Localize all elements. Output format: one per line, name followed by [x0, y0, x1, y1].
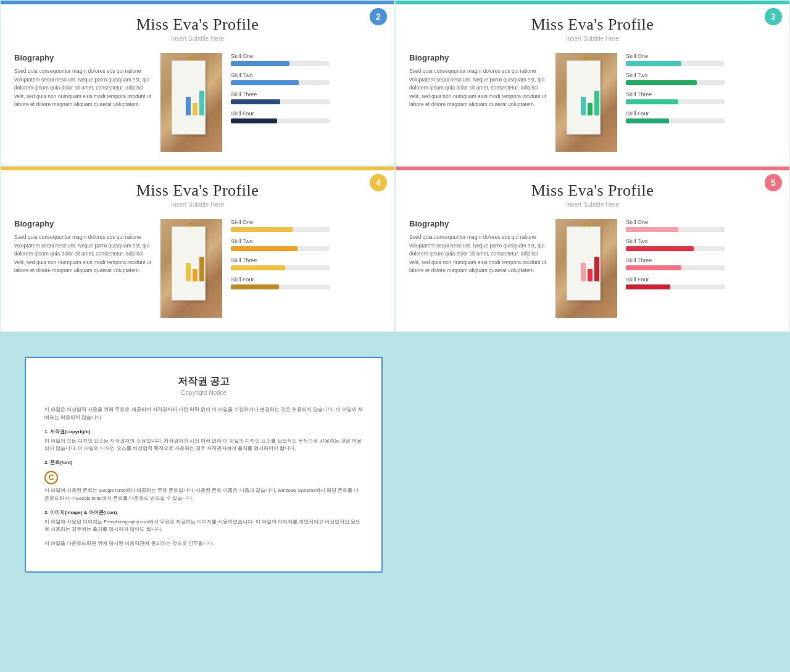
slide-4-paper: [567, 226, 601, 301]
slide-3-chart: [186, 251, 210, 281]
slide-4-bar-1: [581, 263, 586, 281]
slide-4-skill-2-bg: [626, 246, 725, 251]
slide-3-skill-3-bg: [231, 265, 330, 270]
copyright-c-logo: C: [44, 471, 58, 484]
slide-4-skill-3-bg: [626, 265, 725, 270]
slide-2-skill-1-label: Skill One: [626, 53, 776, 59]
slide-1-photo: [160, 53, 222, 152]
slide-2-skill-2-label: Skill Two: [626, 72, 776, 78]
copyright-section-2-text: 이 파일에 사용된 폰트는 Google fonts에서 제공하는 무료 폰트입…: [44, 487, 363, 503]
slide-2-skill-2: Skill Two: [626, 72, 776, 85]
slide-2-bar-3: [594, 91, 599, 115]
slide-1-chart: [186, 85, 210, 115]
slide-3-skill-4-label: Skill Four: [231, 276, 381, 283]
slide-4-photo: [555, 219, 617, 318]
slide-1-wood-bg: [160, 53, 222, 152]
slide-1: 2 Miss Eva's Profile Insert Subtitle Her…: [0, 0, 395, 166]
slide-3: 4 Miss Eva's Profile Insert Subtitle Her…: [0, 166, 395, 332]
slide-4-skill-3: Skill Three: [626, 257, 776, 270]
slide-3-subtitle: Insert Subtitle Here: [14, 201, 381, 208]
slide-4-subtitle: Insert Subtitle Here: [409, 201, 776, 208]
slide-4-bar-2: [588, 269, 592, 281]
slide-1-skill-3-bg: [231, 99, 330, 104]
slide-3-paper: [172, 226, 206, 301]
copyright-section-2-title: 2. 폰트(font): [44, 459, 363, 466]
slide-2-skill-4-bg: [626, 118, 725, 123]
slide-2-skill-1: Skill One: [626, 53, 776, 66]
slide-3-skill-2-label: Skill Two: [231, 238, 381, 244]
slide-2-skill-3-bg: [626, 99, 725, 104]
slide-1-skill-4: Skill Four: [231, 110, 381, 123]
slide-4-skill-4: Skill Four: [626, 276, 776, 289]
slide-4-bio-text: Ssed quia consequuntur magni dolores eos…: [409, 233, 547, 275]
slide-4-skill-1-fill: [626, 227, 678, 232]
slide-1-bar-2: [193, 103, 198, 115]
slide-3-photo: [160, 219, 222, 318]
copyright-section-3: 3. 이미지(image) & 아이콘(icon) 이 파일에 사용된 이미지는…: [44, 509, 363, 534]
slide-2-subtitle: Insert Subtitle Here: [409, 35, 776, 42]
slide-2-title: Miss Eva's Profile: [409, 15, 776, 34]
copyright-section-2: 2. 폰트(font) C 이 파일에 사용된 폰트는 Google fonts…: [44, 459, 363, 503]
slide-4-content: Biography Ssed quia consequuntur magni d…: [409, 219, 776, 318]
slide-4-bar-3: [594, 257, 599, 281]
slide-2-content: Biography Ssed quia consequuntur magni d…: [409, 53, 776, 152]
slide-3-title: Miss Eva's Profile: [14, 181, 381, 200]
slide-1-bar-1: [186, 97, 191, 115]
slide-3-skill-4-fill: [231, 284, 279, 289]
slide-1-skills: Skill One Skill Two Skill Three: [231, 53, 381, 130]
slide-1-skill-1: Skill One: [231, 53, 381, 66]
slide-1-skill-2-fill: [231, 80, 299, 85]
slide-3-skill-4: Skill Four: [231, 276, 381, 289]
slide-2-skill-3-fill: [626, 99, 678, 104]
slide-3-bar-1: [186, 263, 191, 281]
slide-2-skills: Skill One Skill Two Skill Three: [626, 53, 776, 130]
slide-4-skill-3-label: Skill Three: [626, 257, 776, 263]
copyright-section-1-text: 이 파일의 모든 디자인 요소는 저작권자의 소유입니다. 저작권자의 사전 허…: [44, 438, 363, 454]
slide-2-bio-text: Ssed quia consequuntur magni dolores eos…: [409, 67, 547, 109]
slide-1-skill-3-label: Skill Three: [231, 91, 381, 97]
slide-4-bio: Biography Ssed quia consequuntur magni d…: [409, 219, 547, 275]
slide-4-chart: [581, 251, 605, 281]
slide-3-skill-1: Skill One: [231, 219, 381, 232]
slide-1-skill-2: Skill Two: [231, 72, 381, 85]
slide-2-wood-bg: [555, 53, 617, 152]
slide-1-bio-heading: Biography: [14, 53, 152, 62]
slide-1-skill-4-label: Skill Four: [231, 110, 381, 117]
slide-3-skill-2-bg: [231, 246, 330, 251]
copyright-footer: 이 파일을 다운로드하면 위에 명시된 이용약관에 동의하는 것으로 간주됩니다…: [44, 540, 363, 548]
slide-1-skill-3: Skill Three: [231, 91, 381, 104]
copyright-section-3-title: 3. 이미지(image) & 아이콘(icon): [44, 509, 363, 516]
slide-4-skills: Skill One Skill Two Skill Three: [626, 219, 776, 296]
slide-1-bar-3: [199, 91, 204, 115]
slide-2-photo: [555, 53, 617, 152]
slide-1-skill-1-label: Skill One: [231, 53, 381, 59]
slide-1-skill-1-bg: [231, 61, 330, 66]
slide-1-skill-4-fill: [231, 118, 277, 123]
slide-4-title: Miss Eva's Profile: [409, 181, 776, 200]
slide-4-bio-heading: Biography: [409, 219, 547, 228]
slide-1-skill-2-label: Skill Two: [231, 72, 381, 78]
slide-2-skill-2-bg: [626, 80, 725, 85]
slide-2-paper: [567, 60, 601, 135]
slide-4-skill-4-label: Skill Four: [626, 276, 776, 283]
slide-3-skill-4-bg: [231, 284, 330, 289]
slide-4-skill-1: Skill One: [626, 219, 776, 232]
slide-2-bio-heading: Biography: [409, 53, 547, 62]
slide-4-skill-2-fill: [626, 246, 694, 251]
slide-3-skill-1-fill: [231, 227, 293, 232]
slide-4: 5 Miss Eva's Profile Insert Subtitle Her…: [395, 166, 790, 332]
slide-3-skill-1-bg: [231, 227, 330, 232]
slide-2-skill-2-fill: [626, 80, 697, 85]
copyright-title-en: Copyright Notice: [44, 389, 363, 396]
slide-2-bar-1: [581, 97, 586, 115]
slide-1-subtitle: Insert Subtitle Here: [14, 35, 381, 42]
slide-3-bio: Biography Ssed quia consequuntur magni d…: [14, 219, 152, 275]
slide-4-badge: 5: [765, 174, 782, 191]
slide-3-wood-bg: [160, 219, 222, 318]
slide-1-skill-4-bg: [231, 118, 330, 123]
slide-2-skill-4-label: Skill Four: [626, 110, 776, 117]
slide-2-bio: Biography Ssed quia consequuntur magni d…: [409, 53, 547, 109]
slide-2-skill-1-fill: [626, 61, 681, 66]
slide-2-chart: [581, 85, 605, 115]
slide-4-skill-2-label: Skill Two: [626, 238, 776, 244]
